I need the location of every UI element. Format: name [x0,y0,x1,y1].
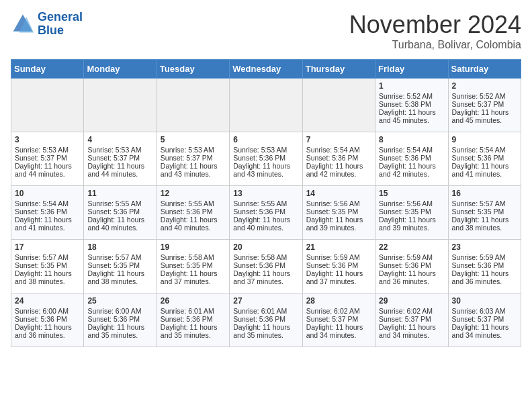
weekday-header: Saturday [448,60,521,79]
day-info: Sunset: 5:36 PM [379,154,444,162]
day-number: 17 [15,242,80,252]
day-info: Sunrise: 5:53 AM [161,146,226,154]
day-number: 7 [306,135,371,144]
calendar-week-row: 10Sunrise: 5:54 AMSunset: 5:36 PMDayligh… [11,186,521,240]
day-info: Sunrise: 5:59 AM [379,253,444,261]
day-info: Sunset: 5:36 PM [233,208,298,216]
weekday-header: Wednesday [230,60,302,79]
day-info: Daylight: 11 hours and 40 minutes. [87,216,152,232]
day-info: Sunset: 5:37 PM [452,100,517,108]
day-number: 11 [87,189,152,198]
month-title: November 2024 [349,11,521,39]
day-info: Daylight: 11 hours and 40 minutes. [233,216,298,232]
calendar-cell: 17Sunrise: 5:57 AMSunset: 5:35 PMDayligh… [11,240,84,293]
calendar-cell: 4Sunrise: 5:53 AMSunset: 5:37 PMDaylight… [84,132,157,186]
day-info: Daylight: 11 hours and 38 minutes. [87,269,152,285]
day-number: 22 [379,242,444,252]
day-info: Daylight: 11 hours and 35 minutes. [87,323,152,339]
day-info: Sunset: 5:35 PM [161,261,226,269]
calendar-cell: 18Sunrise: 5:57 AMSunset: 5:35 PMDayligh… [84,240,157,293]
day-info: Sunset: 5:36 PM [233,261,298,269]
day-info: Sunset: 5:36 PM [452,154,517,162]
weekday-header: Tuesday [157,60,229,79]
day-info: Sunset: 5:35 PM [379,208,444,216]
day-info: Daylight: 11 hours and 42 minutes. [379,162,444,178]
day-info: Sunset: 5:37 PM [306,315,371,323]
day-info: Daylight: 11 hours and 37 minutes. [233,269,298,285]
calendar-cell: 6Sunrise: 5:53 AMSunset: 5:36 PMDaylight… [230,132,302,186]
day-info: Sunset: 5:36 PM [161,315,226,323]
day-info: Daylight: 11 hours and 34 minutes. [306,323,371,339]
day-info: Daylight: 11 hours and 35 minutes. [161,323,226,339]
day-info: Sunrise: 5:53 AM [233,146,298,154]
day-number: 23 [452,242,517,252]
day-info: Daylight: 11 hours and 43 minutes. [161,162,226,178]
calendar-cell: 20Sunrise: 5:58 AMSunset: 5:36 PMDayligh… [230,240,302,293]
day-info: Sunset: 5:35 PM [452,208,517,216]
day-info: Daylight: 11 hours and 34 minutes. [379,323,444,339]
title-block: November 2024 Turbana, Bolivar, Colombia [349,11,521,51]
day-info: Sunset: 5:35 PM [87,261,152,269]
day-info: Sunset: 5:37 PM [452,315,517,323]
day-info: Sunrise: 5:59 AM [452,253,517,261]
day-info: Daylight: 11 hours and 36 minutes. [452,269,517,285]
day-info: Sunset: 5:36 PM [233,315,298,323]
day-info: Daylight: 11 hours and 37 minutes. [306,269,371,285]
day-number: 28 [306,296,371,306]
day-info: Daylight: 11 hours and 34 minutes. [452,323,517,339]
day-info: Daylight: 11 hours and 39 minutes. [379,216,444,232]
day-info: Daylight: 11 hours and 44 minutes. [87,162,152,178]
day-info: Sunrise: 5:54 AM [452,146,517,154]
calendar-cell: 13Sunrise: 5:55 AMSunset: 5:36 PMDayligh… [230,186,302,240]
day-number: 2 [452,81,517,91]
calendar-cell: 1Sunrise: 5:52 AMSunset: 5:38 PMDaylight… [375,79,448,132]
day-info: Daylight: 11 hours and 35 minutes. [233,323,298,339]
calendar-cell: 7Sunrise: 5:54 AMSunset: 5:36 PMDaylight… [302,132,375,186]
calendar-week-row: 17Sunrise: 5:57 AMSunset: 5:35 PMDayligh… [11,240,521,293]
day-info: Sunrise: 5:56 AM [379,199,444,208]
day-info: Sunset: 5:35 PM [15,261,80,269]
weekday-header: Monday [84,60,157,79]
day-info: Daylight: 11 hours and 36 minutes. [379,269,444,285]
day-info: Sunrise: 5:54 AM [379,146,444,154]
day-info: Sunset: 5:38 PM [379,100,444,108]
day-number: 9 [452,135,517,144]
day-info: Daylight: 11 hours and 39 minutes. [306,216,371,232]
calendar-cell: 11Sunrise: 5:55 AMSunset: 5:36 PMDayligh… [84,186,157,240]
calendar-cell: 5Sunrise: 5:53 AMSunset: 5:37 PMDaylight… [157,132,229,186]
day-info: Sunrise: 5:58 AM [161,253,226,261]
calendar-cell: 30Sunrise: 6:03 AMSunset: 5:37 PMDayligh… [448,293,521,347]
page-header: General Blue November 2024 Turbana, Boli… [11,11,521,51]
calendar-cell: 24Sunrise: 6:00 AMSunset: 5:36 PMDayligh… [11,293,84,347]
day-info: Daylight: 11 hours and 41 minutes. [452,162,517,178]
calendar-week-row: 1Sunrise: 5:52 AMSunset: 5:38 PMDaylight… [11,79,521,132]
day-number: 25 [87,296,152,306]
weekday-header: Friday [375,60,448,79]
calendar-cell: 22Sunrise: 5:59 AMSunset: 5:36 PMDayligh… [375,240,448,293]
calendar-cell [11,79,84,132]
day-number: 18 [87,242,152,252]
calendar-cell [84,79,157,132]
day-number: 16 [452,189,517,198]
day-info: Sunrise: 5:59 AM [306,253,371,261]
logo-icon [11,12,35,36]
calendar-cell: 26Sunrise: 6:01 AMSunset: 5:36 PMDayligh… [157,293,229,347]
weekday-header: Sunday [11,60,84,79]
day-number: 20 [233,242,298,252]
day-info: Sunrise: 6:02 AM [306,307,371,315]
day-number: 24 [15,296,80,306]
calendar-header-row: SundayMondayTuesdayWednesdayThursdayFrid… [11,60,521,79]
day-info: Sunset: 5:36 PM [87,315,152,323]
calendar-cell [230,79,302,132]
day-info: Sunrise: 5:58 AM [233,253,298,261]
day-number: 8 [379,135,444,144]
day-number: 30 [452,296,517,306]
day-info: Sunset: 5:35 PM [306,208,371,216]
calendar-table: SundayMondayTuesdayWednesdayThursdayFrid… [11,59,521,347]
day-info: Sunrise: 5:54 AM [15,199,80,208]
day-info: Sunrise: 5:57 AM [452,199,517,208]
logo: General Blue [11,11,83,38]
weekday-header: Thursday [302,60,375,79]
day-info: Sunrise: 5:55 AM [233,199,298,208]
day-info: Sunset: 5:36 PM [306,154,371,162]
